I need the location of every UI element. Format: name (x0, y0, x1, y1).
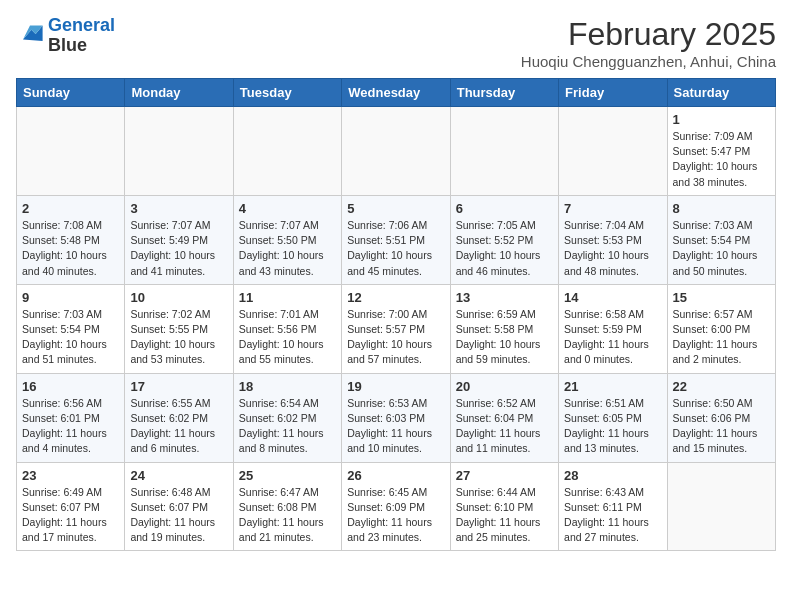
calendar-cell: 24Sunrise: 6:48 AM Sunset: 6:07 PM Dayli… (125, 462, 233, 551)
day-number: 11 (239, 290, 336, 305)
day-info: Sunrise: 6:43 AM Sunset: 6:11 PM Dayligh… (564, 485, 661, 546)
calendar-cell: 10Sunrise: 7:02 AM Sunset: 5:55 PM Dayli… (125, 284, 233, 373)
calendar-week-1: 1Sunrise: 7:09 AM Sunset: 5:47 PM Daylig… (17, 107, 776, 196)
day-info: Sunrise: 6:53 AM Sunset: 6:03 PM Dayligh… (347, 396, 444, 457)
calendar-cell: 15Sunrise: 6:57 AM Sunset: 6:00 PM Dayli… (667, 284, 775, 373)
day-info: Sunrise: 6:56 AM Sunset: 6:01 PM Dayligh… (22, 396, 119, 457)
day-info: Sunrise: 6:51 AM Sunset: 6:05 PM Dayligh… (564, 396, 661, 457)
day-info: Sunrise: 7:07 AM Sunset: 5:49 PM Dayligh… (130, 218, 227, 279)
day-info: Sunrise: 6:57 AM Sunset: 6:00 PM Dayligh… (673, 307, 770, 368)
day-info: Sunrise: 6:55 AM Sunset: 6:02 PM Dayligh… (130, 396, 227, 457)
day-info: Sunrise: 6:58 AM Sunset: 5:59 PM Dayligh… (564, 307, 661, 368)
weekday-header-monday: Monday (125, 79, 233, 107)
day-info: Sunrise: 7:09 AM Sunset: 5:47 PM Dayligh… (673, 129, 770, 190)
weekday-header-sunday: Sunday (17, 79, 125, 107)
calendar-cell: 9Sunrise: 7:03 AM Sunset: 5:54 PM Daylig… (17, 284, 125, 373)
calendar-cell: 26Sunrise: 6:45 AM Sunset: 6:09 PM Dayli… (342, 462, 450, 551)
calendar-cell: 3Sunrise: 7:07 AM Sunset: 5:49 PM Daylig… (125, 195, 233, 284)
calendar-cell (667, 462, 775, 551)
day-number: 7 (564, 201, 661, 216)
weekday-header-wednesday: Wednesday (342, 79, 450, 107)
day-number: 8 (673, 201, 770, 216)
calendar-cell: 6Sunrise: 7:05 AM Sunset: 5:52 PM Daylig… (450, 195, 558, 284)
calendar-cell: 7Sunrise: 7:04 AM Sunset: 5:53 PM Daylig… (559, 195, 667, 284)
calendar-week-4: 16Sunrise: 6:56 AM Sunset: 6:01 PM Dayli… (17, 373, 776, 462)
day-info: Sunrise: 7:01 AM Sunset: 5:56 PM Dayligh… (239, 307, 336, 368)
day-number: 5 (347, 201, 444, 216)
logo-text: General Blue (48, 16, 115, 56)
calendar-cell: 11Sunrise: 7:01 AM Sunset: 5:56 PM Dayli… (233, 284, 341, 373)
calendar-cell: 28Sunrise: 6:43 AM Sunset: 6:11 PM Dayli… (559, 462, 667, 551)
calendar-cell: 5Sunrise: 7:06 AM Sunset: 5:51 PM Daylig… (342, 195, 450, 284)
day-info: Sunrise: 7:04 AM Sunset: 5:53 PM Dayligh… (564, 218, 661, 279)
day-number: 3 (130, 201, 227, 216)
day-number: 1 (673, 112, 770, 127)
calendar-cell (559, 107, 667, 196)
calendar-cell: 21Sunrise: 6:51 AM Sunset: 6:05 PM Dayli… (559, 373, 667, 462)
calendar-cell: 13Sunrise: 6:59 AM Sunset: 5:58 PM Dayli… (450, 284, 558, 373)
day-number: 4 (239, 201, 336, 216)
day-number: 26 (347, 468, 444, 483)
calendar-week-2: 2Sunrise: 7:08 AM Sunset: 5:48 PM Daylig… (17, 195, 776, 284)
day-number: 2 (22, 201, 119, 216)
calendar-cell: 19Sunrise: 6:53 AM Sunset: 6:03 PM Dayli… (342, 373, 450, 462)
calendar-cell: 27Sunrise: 6:44 AM Sunset: 6:10 PM Dayli… (450, 462, 558, 551)
day-number: 18 (239, 379, 336, 394)
day-info: Sunrise: 6:47 AM Sunset: 6:08 PM Dayligh… (239, 485, 336, 546)
day-number: 14 (564, 290, 661, 305)
day-info: Sunrise: 7:02 AM Sunset: 5:55 PM Dayligh… (130, 307, 227, 368)
day-info: Sunrise: 7:03 AM Sunset: 5:54 PM Dayligh… (673, 218, 770, 279)
day-info: Sunrise: 6:59 AM Sunset: 5:58 PM Dayligh… (456, 307, 553, 368)
calendar-table: SundayMondayTuesdayWednesdayThursdayFrid… (16, 78, 776, 551)
day-number: 9 (22, 290, 119, 305)
calendar-cell (233, 107, 341, 196)
day-number: 15 (673, 290, 770, 305)
day-number: 6 (456, 201, 553, 216)
weekday-header-saturday: Saturday (667, 79, 775, 107)
day-number: 12 (347, 290, 444, 305)
day-number: 17 (130, 379, 227, 394)
day-number: 16 (22, 379, 119, 394)
calendar-cell: 20Sunrise: 6:52 AM Sunset: 6:04 PM Dayli… (450, 373, 558, 462)
calendar-cell: 25Sunrise: 6:47 AM Sunset: 6:08 PM Dayli… (233, 462, 341, 551)
day-info: Sunrise: 6:48 AM Sunset: 6:07 PM Dayligh… (130, 485, 227, 546)
day-info: Sunrise: 6:44 AM Sunset: 6:10 PM Dayligh… (456, 485, 553, 546)
calendar-cell: 8Sunrise: 7:03 AM Sunset: 5:54 PM Daylig… (667, 195, 775, 284)
calendar-cell: 23Sunrise: 6:49 AM Sunset: 6:07 PM Dayli… (17, 462, 125, 551)
calendar-cell: 4Sunrise: 7:07 AM Sunset: 5:50 PM Daylig… (233, 195, 341, 284)
day-number: 22 (673, 379, 770, 394)
weekday-header-friday: Friday (559, 79, 667, 107)
day-info: Sunrise: 6:50 AM Sunset: 6:06 PM Dayligh… (673, 396, 770, 457)
calendar-cell (450, 107, 558, 196)
month-title: February 2025 (521, 16, 776, 53)
calendar-cell: 17Sunrise: 6:55 AM Sunset: 6:02 PM Dayli… (125, 373, 233, 462)
day-info: Sunrise: 7:06 AM Sunset: 5:51 PM Dayligh… (347, 218, 444, 279)
day-info: Sunrise: 6:49 AM Sunset: 6:07 PM Dayligh… (22, 485, 119, 546)
calendar-cell: 1Sunrise: 7:09 AM Sunset: 5:47 PM Daylig… (667, 107, 775, 196)
weekday-header-row: SundayMondayTuesdayWednesdayThursdayFrid… (17, 79, 776, 107)
day-number: 24 (130, 468, 227, 483)
day-number: 13 (456, 290, 553, 305)
calendar-cell (17, 107, 125, 196)
page-header: General Blue February 2025 Huoqiu Chengg… (16, 16, 776, 70)
day-info: Sunrise: 7:00 AM Sunset: 5:57 PM Dayligh… (347, 307, 444, 368)
day-info: Sunrise: 7:03 AM Sunset: 5:54 PM Dayligh… (22, 307, 119, 368)
weekday-header-thursday: Thursday (450, 79, 558, 107)
day-info: Sunrise: 6:54 AM Sunset: 6:02 PM Dayligh… (239, 396, 336, 457)
location-title: Huoqiu Chengguanzhen, Anhui, China (521, 53, 776, 70)
logo: General Blue (16, 16, 115, 56)
day-number: 20 (456, 379, 553, 394)
calendar-cell: 2Sunrise: 7:08 AM Sunset: 5:48 PM Daylig… (17, 195, 125, 284)
calendar-cell: 22Sunrise: 6:50 AM Sunset: 6:06 PM Dayli… (667, 373, 775, 462)
calendar-cell: 14Sunrise: 6:58 AM Sunset: 5:59 PM Dayli… (559, 284, 667, 373)
calendar-cell: 18Sunrise: 6:54 AM Sunset: 6:02 PM Dayli… (233, 373, 341, 462)
title-block: February 2025 Huoqiu Chengguanzhen, Anhu… (521, 16, 776, 70)
calendar-cell: 16Sunrise: 6:56 AM Sunset: 6:01 PM Dayli… (17, 373, 125, 462)
calendar-cell: 12Sunrise: 7:00 AM Sunset: 5:57 PM Dayli… (342, 284, 450, 373)
calendar-cell (125, 107, 233, 196)
day-number: 23 (22, 468, 119, 483)
day-info: Sunrise: 6:52 AM Sunset: 6:04 PM Dayligh… (456, 396, 553, 457)
day-info: Sunrise: 6:45 AM Sunset: 6:09 PM Dayligh… (347, 485, 444, 546)
day-number: 21 (564, 379, 661, 394)
calendar-week-5: 23Sunrise: 6:49 AM Sunset: 6:07 PM Dayli… (17, 462, 776, 551)
